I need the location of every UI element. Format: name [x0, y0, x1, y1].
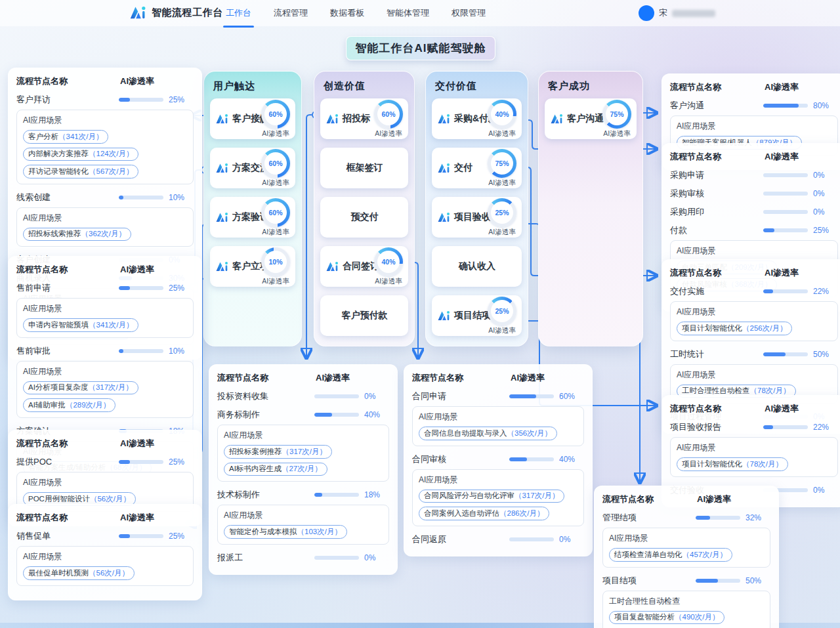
gauge-label: AI渗透率 — [488, 178, 515, 188]
ai-scene-tag: AI分析项目复杂度（317次/月） — [23, 381, 138, 395]
tag-count: （317次/月） — [514, 491, 559, 501]
ai-scene-tags: 项目计划智能优化（256次/月） — [677, 322, 831, 335]
tag-count: （341次/月） — [89, 320, 133, 331]
penetration-bar — [763, 173, 808, 177]
node-card[interactable]: 合同签订40%AI渗透率 — [320, 246, 408, 287]
node-card[interactable]: 确认收入 — [432, 246, 522, 287]
tag-count: （103次/月） — [297, 527, 342, 537]
ai-scene-tags: 申请内容智能预填（341次/月） — [23, 318, 187, 332]
gauge-percent: 60% — [264, 201, 287, 224]
ai-scene-box: AI应用场景项目计划智能优化（78次/月） — [670, 437, 838, 477]
node-card[interactable]: 招投标60%AI渗透率 — [320, 98, 408, 139]
penetration-bar-fill — [509, 394, 536, 398]
ai-scene-label: AI应用场景 — [677, 306, 831, 318]
penetration-percent: 0% — [359, 392, 389, 401]
gauge-label: AI渗透率 — [262, 228, 289, 237]
ai-scene-label: AI应用场景 — [609, 533, 764, 544]
node-card[interactable]: 交付75%AI渗透率 — [432, 148, 522, 188]
gauge-percent: 60% — [377, 103, 400, 125]
process-row: 付款25% — [670, 224, 838, 236]
penetration-gauge: 40% — [374, 247, 403, 276]
tag-count: （567次/月） — [89, 167, 133, 177]
penetration-bar-fill — [763, 352, 786, 356]
nav-item-3[interactable]: 数据看板 — [329, 5, 366, 22]
penetration-gauge: 10% — [261, 247, 290, 276]
gauge-block: 40%AI渗透率 — [374, 247, 403, 286]
detail-panel-D: 流程节点名称AI渗透率销售促单25%AI应用场景最佳促单时机预测（56次/月） — [8, 504, 202, 600]
node-card[interactable]: 方案交流60%AI渗透率 — [210, 148, 295, 188]
node-card[interactable]: 客户沟通75%AI渗透率 — [545, 98, 637, 139]
penetration-bar-fill — [763, 425, 773, 429]
ai-node-icon — [438, 163, 451, 173]
nav-item-4[interactable]: 智能体管理 — [385, 5, 430, 22]
node-card[interactable]: 客户预付款 — [320, 295, 408, 336]
header-rate-col: AI渗透率 — [765, 267, 838, 279]
ai-scene-tag: 智能定价与成本模拟（103次/月） — [224, 525, 347, 539]
node-name: 交付 — [454, 162, 472, 174]
process-node-name: 商务标制作 — [217, 409, 314, 421]
panel-header: 流程节点名称AI渗透率 — [16, 75, 194, 87]
penetration-percent: 50% — [808, 350, 838, 359]
node-card[interactable]: 项目验收25%AI渗透率 — [432, 197, 522, 238]
detail-panel-E: 流程节点名称AI渗透率投标资料收集0%商务标制作40%AI应用场景招投标案例推荐… — [209, 364, 398, 575]
ai-scene-label: AI应用场景 — [224, 430, 383, 441]
penetration-bar — [763, 192, 808, 196]
ai-scene-label: AI应用场景 — [23, 115, 187, 126]
node-card[interactable]: 采购&付款40%AI渗透率 — [432, 98, 522, 139]
penetration-percent: 50% — [740, 576, 770, 585]
penetration-percent: 0% — [808, 189, 838, 198]
penetration-percent: 32% — [740, 513, 770, 522]
gauge-label: AI渗透率 — [262, 277, 289, 286]
penetration-gauge: 60% — [374, 100, 403, 129]
penetration-gauge: 60% — [261, 100, 290, 129]
ai-scene-label: AI应用场景 — [23, 303, 187, 314]
panel-header: 流程节点名称AI渗透率 — [217, 372, 389, 384]
process-row: 商务标制作40% — [217, 409, 389, 421]
tag-count: （490次/月） — [675, 612, 719, 623]
ai-node-icon — [438, 310, 451, 321]
panel-header: 流程节点名称AI渗透率 — [602, 493, 770, 505]
node-card[interactable]: 框架签订 — [320, 148, 408, 188]
ai-scene-label: AI应用场景 — [419, 411, 578, 423]
user-account[interactable]: 宋 — [639, 5, 715, 21]
gauge-percent: 40% — [377, 251, 400, 273]
header-node-col: 流程节点名称 — [16, 75, 120, 87]
ai-node-icon — [216, 114, 229, 124]
penetration-bar-fill — [696, 516, 710, 520]
nav-item-2[interactable]: 流程管理 — [272, 5, 309, 22]
node-card[interactable]: 方案验证60%AI渗透率 — [210, 197, 295, 238]
stage-title: 创造价值 — [314, 72, 414, 98]
ai-scene-label: AI应用场景 — [419, 474, 578, 486]
tag-count: （78次/月） — [742, 459, 783, 470]
node-card[interactable]: 客户立项10%AI渗透率 — [210, 246, 295, 287]
process-node-name: 采购审核 — [670, 188, 763, 199]
nav-item-1[interactable]: 工作台 — [224, 5, 253, 22]
ai-scene-tag: 结项检查清单自动化（457次/月） — [609, 548, 732, 562]
process-node-name: 客户拜访 — [16, 94, 119, 106]
ai-scene-tags: 结项检查清单自动化（457次/月） — [609, 548, 764, 562]
ai-scene-tags: 合同信息自动提取与录入（356次/月） — [419, 427, 578, 440]
penetration-bar — [314, 394, 359, 398]
process-node-name: 售前申请 — [16, 282, 119, 294]
penetration-percent: 25% — [163, 532, 194, 541]
ai-node-icon — [216, 261, 229, 272]
process-row: 管理结项32% — [602, 512, 770, 524]
node-card[interactable]: 预交付 — [320, 197, 408, 238]
penetration-percent: 22% — [808, 287, 838, 296]
penetration-bar-fill — [696, 579, 718, 583]
tag-count: （341次/月） — [58, 132, 103, 142]
node-card[interactable]: 项目结项25%AI渗透率 — [432, 295, 522, 336]
user-name-redacted — [672, 10, 715, 17]
header-node-col: 流程节点名称 — [670, 403, 765, 415]
process-node-name: 提供POC — [16, 456, 119, 468]
penetration-bar-fill — [119, 460, 130, 464]
penetration-bar-fill — [509, 457, 527, 461]
penetration-percent: 25% — [163, 283, 194, 293]
user-avatar[interactable] — [639, 5, 654, 21]
ai-scene-label: AI应用场景 — [677, 121, 831, 132]
node-card[interactable]: 客户接触60%AI渗透率 — [210, 98, 295, 139]
process-row: 客户沟通80% — [670, 100, 838, 112]
penetration-bar-fill — [763, 289, 773, 293]
ai-logo-icon — [130, 6, 147, 19]
nav-item-5[interactable]: 权限管理 — [450, 5, 487, 22]
